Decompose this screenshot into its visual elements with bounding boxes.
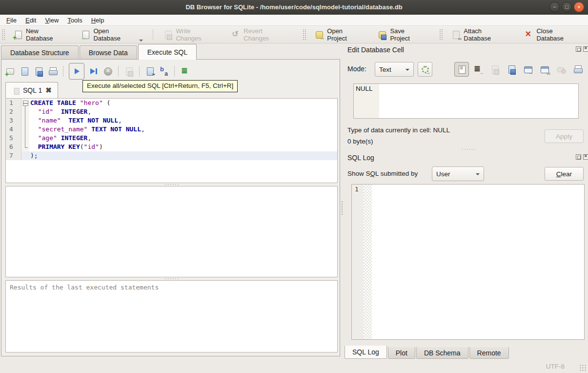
toolbar-separator	[139, 66, 140, 77]
filter-label-mnemonic: Q	[370, 170, 376, 177]
copy-link-button[interactable]	[537, 62, 552, 77]
export-button[interactable]	[504, 62, 519, 77]
code-text: "id" INTEGER,	[29, 107, 337, 116]
execute-sql-panel: Execute all/selected SQL [Ctrl+Return, F…	[1, 59, 340, 356]
toolbar-handle[interactable]	[439, 29, 443, 41]
editor-line[interactable]: 6 PRIMARY KEY("id")	[6, 143, 337, 151]
tab-execute-sql[interactable]: Execute SQL	[138, 44, 197, 60]
print-cell-button[interactable]	[570, 62, 585, 77]
close-dock-icon[interactable]	[583, 46, 588, 52]
open-external-button[interactable]	[521, 62, 535, 77]
text-mode-button[interactable]	[454, 62, 469, 77]
fold-margin	[21, 151, 29, 160]
submitted-by-select[interactable]: User	[432, 166, 484, 181]
sql-log-editor[interactable]: 1	[351, 184, 585, 340]
float-dock-icon[interactable]	[576, 154, 581, 160]
format-icon[interactable]	[180, 66, 190, 76]
mode-apply-button[interactable]	[418, 62, 432, 77]
save-sql-file-icon[interactable]	[34, 66, 43, 76]
sql-log-dock-controls	[576, 154, 588, 160]
execute-line-icon[interactable]	[89, 66, 99, 76]
tab-sql-log[interactable]: SQL Log	[345, 346, 387, 359]
execute-tooltip: Execute all/selected SQL [Ctrl+Return, F…	[82, 80, 238, 92]
fold-margin	[21, 116, 29, 125]
editor-line[interactable]: 3 "name" TEXT NOT NULL,	[6, 116, 337, 125]
close-database-button[interactable]: Close Database	[519, 25, 586, 44]
clear-button[interactable]: Clear	[545, 167, 584, 181]
toolbar-separator	[63, 66, 63, 77]
minimize-button[interactable]: −	[549, 2, 560, 12]
statusbar: UTF-8	[0, 359, 588, 373]
tab-remote[interactable]: Remote	[469, 347, 509, 359]
sql-editor[interactable]: 1CREATE TABLE "hero" (2 "id" INTEGER,3 "…	[5, 98, 338, 183]
editor-line[interactable]: 1CREATE TABLE "hero" (	[6, 99, 337, 107]
panel-splitter[interactable]	[340, 59, 344, 356]
attach-database-button[interactable]: Attach Database	[446, 25, 515, 44]
menubar: File Edit View Tools Help	[0, 15, 588, 26]
new-database-button[interactable]: New Database	[8, 25, 72, 44]
tab-database-structure[interactable]: Database Structure	[1, 45, 79, 60]
menu-file[interactable]: File	[2, 16, 21, 25]
save-results-icon[interactable]	[124, 66, 134, 76]
close-dock-icon[interactable]	[583, 154, 588, 160]
cell-value: NULL	[356, 85, 373, 92]
execute-all-icon	[72, 66, 81, 76]
toolbar-handle[interactable]	[303, 29, 306, 41]
import-button[interactable]	[487, 62, 502, 77]
print-icon[interactable]	[48, 66, 58, 76]
line-number: 2	[6, 107, 21, 116]
open-database-dropdown-icon[interactable]	[139, 40, 143, 41]
revert-changes-button[interactable]: Revert Changes	[226, 25, 294, 44]
open-database-button[interactable]: Open Database	[76, 25, 148, 44]
menu-edit[interactable]: Edit	[21, 16, 41, 25]
code-text: PRIMARY KEY("id")	[29, 143, 337, 151]
toolbar-separator	[174, 66, 175, 77]
close-button[interactable]: ×	[574, 2, 584, 12]
cell-size-info: 0 byte(s)	[347, 138, 373, 145]
editor-line[interactable]: 2 "id" INTEGER,	[6, 107, 337, 116]
editor-line[interactable]: 5 "age" INTEGER,	[6, 134, 337, 143]
submitted-by-value: User	[436, 170, 450, 178]
write-changes-button[interactable]: Write Changes	[158, 25, 222, 44]
sql-document-icon	[13, 87, 19, 94]
tab-plot[interactable]: Plot	[388, 347, 415, 359]
results-message-pane[interactable]: Results of the last executed statements	[5, 280, 338, 352]
editor-line[interactable]: 7);	[6, 151, 337, 160]
maximize-icon: □	[565, 4, 568, 10]
log-line-number: 1	[352, 185, 364, 339]
sql-document-tab[interactable]: SQL 1 ✖	[5, 82, 58, 98]
toolbar-separator	[118, 66, 119, 77]
cell-editor[interactable]: NULL	[353, 83, 579, 119]
menu-tools[interactable]: Tools	[63, 16, 86, 25]
open-project-icon	[314, 30, 324, 40]
mode-select[interactable]: Text	[375, 62, 414, 77]
resize-grip[interactable]	[579, 364, 586, 371]
stop-icon[interactable]	[103, 66, 113, 76]
edit-cell-title: Edit Database Cell	[347, 46, 404, 54]
menu-view[interactable]: View	[41, 16, 63, 25]
new-sql-tab-icon[interactable]	[5, 66, 15, 76]
find-icon[interactable]	[145, 66, 155, 76]
titlebar[interactable]: DB Browser for SQLite - /home/user/code/…	[0, 0, 588, 15]
open-sql-file-icon[interactable]	[20, 66, 29, 76]
menu-help[interactable]: Help	[87, 16, 109, 25]
toolbar-handle[interactable]	[1, 29, 5, 41]
apply-button[interactable]: Apply	[545, 129, 584, 143]
sql-tab-label: SQL 1	[23, 86, 42, 94]
tab-browse-data[interactable]: Browse Data	[80, 45, 137, 60]
close-tab-icon[interactable]: ✖	[45, 86, 52, 95]
maximize-button[interactable]: □	[562, 2, 572, 12]
tab-db-schema[interactable]: DB Schema	[416, 347, 468, 359]
editor-line[interactable]: 4 "secret_name" TEXT NOT NULL,	[6, 125, 337, 134]
dock-splitter[interactable]	[454, 148, 483, 151]
results-grid-pane[interactable]	[5, 186, 338, 277]
fold-marker-icon[interactable]	[21, 99, 29, 107]
set-null-button[interactable]	[554, 62, 568, 77]
save-project-button[interactable]: Save Project	[372, 25, 430, 44]
open-project-button[interactable]: Open Project	[309, 25, 368, 44]
code-text: "age" INTEGER,	[29, 134, 337, 143]
float-dock-icon[interactable]	[576, 46, 581, 52]
word-wrap-button[interactable]	[471, 62, 486, 77]
auto-complete-icon[interactable]	[159, 66, 169, 76]
execute-all-button[interactable]	[69, 63, 84, 80]
